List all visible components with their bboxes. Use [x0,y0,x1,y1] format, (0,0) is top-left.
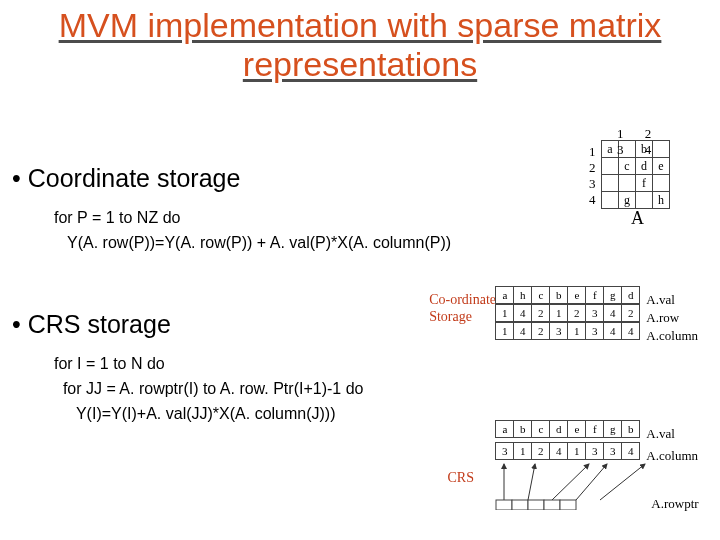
cell: 2 [532,305,550,322]
cell: a [496,421,514,438]
matrix-col-labels: 1 2 3 4 [617,126,670,158]
matrix-cell [653,175,670,192]
matrix-cell: f [636,175,653,192]
cell: 1 [550,305,568,322]
cell: 4 [550,443,568,460]
cell: 2 [532,443,550,460]
cell: e [568,421,586,438]
svg-rect-6 [496,500,512,510]
cell: f [586,287,604,304]
cell: 1 [514,443,532,460]
crs-storage-label: CRS [448,470,474,486]
cell: b [514,421,532,438]
cell: d [622,287,640,304]
matrix-cell: a [602,141,619,158]
cell: g [604,421,622,438]
slide: MVM implementation with sparse matrix re… [0,0,720,540]
cell: 1 [496,323,514,340]
matrix-cell [636,192,653,209]
cell: c [532,287,550,304]
crs-storage-arrays: a b c d e f g b A.val 3 1 2 4 1 3 3 4 A.… [495,420,698,494]
matrix-diagram: 1 2 3 4 1 2 3 4 a b c d e f [601,140,670,209]
cell: 1 [496,305,514,322]
crs-row: a b c d e f g b [495,420,640,438]
cell: 2 [622,305,640,322]
cell: 4 [622,323,640,340]
cell: 3 [496,443,514,460]
cell: 4 [604,305,622,322]
coord-row: 1 4 2 1 2 3 4 2 [495,304,640,322]
matrix-row-label: 4 [589,192,596,208]
cell: h [514,287,532,304]
cell: b [622,421,640,438]
svg-rect-7 [512,500,528,510]
cell: 1 [568,443,586,460]
svg-rect-10 [560,500,576,510]
svg-line-4 [600,464,645,500]
bullet-crs-storage: CRS storage [12,310,171,339]
cell: 3 [586,443,604,460]
svg-rect-9 [544,500,560,510]
matrix-cell [602,192,619,209]
coord-storage-label-line: Co-ordinate [429,292,496,307]
svg-rect-8 [528,500,544,510]
cell: 3 [604,443,622,460]
cell: g [604,287,622,304]
array-label: A.rowptr [651,496,698,512]
cell: 1 [568,323,586,340]
matrix-cell [602,158,619,175]
matrix-label-A: A [631,208,644,229]
cell: 4 [514,323,532,340]
cell: a [496,287,514,304]
matrix-cell: e [653,158,670,175]
matrix-row-label: 2 [589,160,596,176]
crs-row: 3 1 2 4 1 3 3 4 [495,442,640,460]
svg-line-3 [576,464,607,500]
matrix-row-label: 1 [589,144,596,160]
svg-line-2 [552,464,589,500]
slide-title: MVM implementation with sparse matrix re… [0,6,720,84]
coord-storage-label: Co-ordinate Storage [429,292,496,326]
matrix-row-label: 3 [589,176,596,192]
crs-rowptr-arrows: A.rowptr [495,460,655,494]
matrix-cell: c [619,158,636,175]
cell: f [586,421,604,438]
coord-storage-label-line: Storage [429,309,472,324]
cell: 4 [514,305,532,322]
coord-row: a h c b e f g d [495,286,640,304]
cell: 4 [604,323,622,340]
cell: 2 [532,323,550,340]
matrix-cell [602,175,619,192]
cell: e [568,287,586,304]
coord-row: 1 4 2 3 1 3 4 4 [495,322,640,340]
matrix-row-labels: 1 2 3 4 [589,144,596,208]
coord-storage-arrays: a h c b e f g d A.val 1 4 2 1 2 3 4 2 A.… [495,286,698,340]
matrix-cell [619,175,636,192]
cell: 3 [586,323,604,340]
cell: 3 [550,323,568,340]
code-crs-storage: for I = 1 to N do for JJ = A. rowptr(I) … [54,352,363,426]
code-coordinate-storage: for P = 1 to NZ do Y(A. row(P))=Y(A. row… [54,206,451,256]
cell: 4 [622,443,640,460]
matrix-cell: g [619,192,636,209]
cell: d [550,421,568,438]
matrix-cell: h [653,192,670,209]
cell: b [550,287,568,304]
cell: 2 [568,305,586,322]
matrix-cell: d [636,158,653,175]
cell: c [532,421,550,438]
svg-line-1 [528,464,535,500]
cell: 3 [586,305,604,322]
bullet-coordinate-storage: Coordinate storage [12,164,240,193]
